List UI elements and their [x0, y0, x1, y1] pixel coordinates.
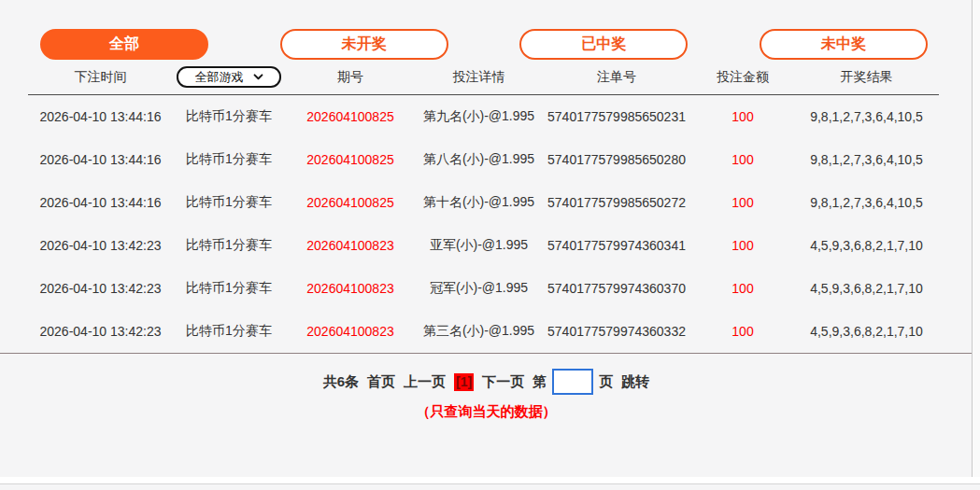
- vertical-scrollbar-track[interactable]: [972, 0, 980, 478]
- bet-detail: 第三名(小)-@1.995: [423, 323, 534, 340]
- filter-tabs: 全部 未开奖 已中奖 未中奖: [0, 0, 973, 60]
- column-header-bet-time: 下注时间: [75, 69, 127, 86]
- order-number: 5740177579985650280: [547, 152, 686, 167]
- order-number: 5740177579974360332: [547, 324, 686, 339]
- bet-time: 2026-04-10 13:44:16: [40, 195, 162, 210]
- period-number: 202604100825: [306, 152, 393, 167]
- chevron-down-icon: [253, 74, 263, 80]
- draw-result: 9,8,1,2,7,3,6,4,10,5: [810, 195, 923, 210]
- pagination-total-count: 共6条: [323, 373, 359, 391]
- game-name: 比特币1分赛车: [186, 151, 272, 168]
- draw-result: 4,5,9,3,6,8,2,1,7,10: [810, 238, 923, 253]
- table-body: 2026-04-10 13:44:16 比特币1分赛车 202604100825…: [0, 95, 973, 354]
- bet-detail: 第十名(小)-@1.995: [423, 194, 534, 211]
- game-name: 比特币1分赛车: [186, 323, 272, 340]
- table-row: 2026-04-10 13:44:16 比特币1分赛车 202604100825…: [28, 138, 939, 181]
- bet-detail: 亚军(小)-@1.995: [430, 237, 528, 254]
- table-row: 2026-04-10 13:44:16 比特币1分赛车 202604100825…: [28, 95, 939, 138]
- filter-tab-not-won[interactable]: 未中奖: [760, 29, 928, 60]
- draw-result: 4,5,9,3,6,8,2,1,7,10: [810, 324, 923, 339]
- bottom-window-edge: [0, 477, 980, 484]
- column-header-amount: 投注金额: [717, 69, 769, 86]
- bet-time: 2026-04-10 13:44:16: [40, 109, 162, 124]
- bet-time: 2026-04-10 13:42:23: [40, 281, 162, 296]
- pagination-next-page[interactable]: 下一页: [482, 373, 524, 391]
- period-number: 202604100823: [306, 324, 393, 339]
- bet-amount: 100: [731, 152, 753, 167]
- bet-amount: 100: [731, 324, 753, 339]
- bet-amount: 100: [731, 281, 753, 296]
- bet-amount: 100: [731, 238, 753, 253]
- page-number-input[interactable]: [552, 369, 593, 395]
- table-row: 2026-04-10 13:44:16 比特币1分赛车 202604100825…: [28, 181, 939, 224]
- bet-time: 2026-04-10 13:42:23: [40, 324, 162, 339]
- pagination: 共6条 首页 上一页 [1] 下一页 第 页 跳转: [0, 369, 973, 395]
- column-header-bet-detail: 投注详情: [453, 69, 505, 86]
- bet-amount: 100: [731, 109, 753, 124]
- game-name: 比特币1分赛车: [186, 237, 272, 254]
- order-number: 5740177579974360341: [547, 238, 686, 253]
- draw-result: 4,5,9,3,6,8,2,1,7,10: [810, 281, 923, 296]
- period-number: 202604100823: [306, 281, 393, 296]
- pagination-jump-label-post: 页: [599, 373, 613, 391]
- pagination-jump-label-pre: 第: [533, 373, 547, 391]
- betting-records-page: 全部 未开奖 已中奖 未中奖 下注时间 全部游戏 期号 投注详情 注单号 投注金…: [0, 0, 973, 477]
- pagination-jump-button[interactable]: 跳转: [621, 373, 649, 391]
- game-name: 比特币1分赛车: [186, 280, 272, 297]
- pagination-jump-group: 第 页: [533, 369, 613, 395]
- pagination-prev-page[interactable]: 上一页: [404, 373, 446, 391]
- bet-detail: 第九名(小)-@1.995: [423, 108, 534, 125]
- draw-result: 9,8,1,2,7,3,6,4,10,5: [810, 109, 923, 124]
- pagination-first-page[interactable]: 首页: [367, 373, 395, 391]
- column-header-period: 期号: [337, 69, 363, 86]
- column-header-order-no: 注单号: [597, 69, 636, 86]
- game-name: 比特币1分赛车: [186, 194, 272, 211]
- period-number: 202604100825: [306, 195, 393, 210]
- bet-detail: 冠军(小)-@1.995: [430, 280, 528, 297]
- column-header-result: 开奖结果: [841, 69, 893, 86]
- filter-tab-all[interactable]: 全部: [40, 29, 208, 60]
- game-filter-selected-value: 全部游戏: [195, 69, 244, 86]
- order-number: 5740177579974360370: [547, 281, 686, 296]
- table-row: 2026-04-10 13:42:23 比特币1分赛车 202604100823…: [28, 267, 939, 310]
- filter-tab-won[interactable]: 已中奖: [519, 29, 688, 60]
- pagination-current-page: [1]: [454, 373, 474, 391]
- period-number: 202604100823: [306, 238, 393, 253]
- order-number: 5740177579985650272: [547, 195, 686, 210]
- filter-tab-not-drawn[interactable]: 未开奖: [280, 29, 448, 60]
- table-row: 2026-04-10 13:42:23 比特币1分赛车 202604100823…: [28, 310, 939, 353]
- bet-detail: 第八名(小)-@1.995: [423, 151, 534, 168]
- today-only-note: （只查询当天的数据）: [0, 403, 973, 421]
- game-filter-select[interactable]: 全部游戏: [177, 66, 281, 88]
- period-number: 202604100825: [306, 109, 393, 124]
- bet-amount: 100: [731, 195, 753, 210]
- table-row: 2026-04-10 13:42:23 比特币1分赛车 202604100823…: [28, 224, 939, 267]
- game-name: 比特币1分赛车: [186, 108, 272, 125]
- draw-result: 9,8,1,2,7,3,6,4,10,5: [810, 152, 923, 167]
- table-header: 下注时间 全部游戏 期号 投注详情 注单号 投注金额 开奖结果: [28, 60, 939, 95]
- bet-time: 2026-04-10 13:42:23: [40, 238, 162, 253]
- bet-time: 2026-04-10 13:44:16: [40, 152, 162, 167]
- order-number: 5740177579985650231: [547, 109, 686, 124]
